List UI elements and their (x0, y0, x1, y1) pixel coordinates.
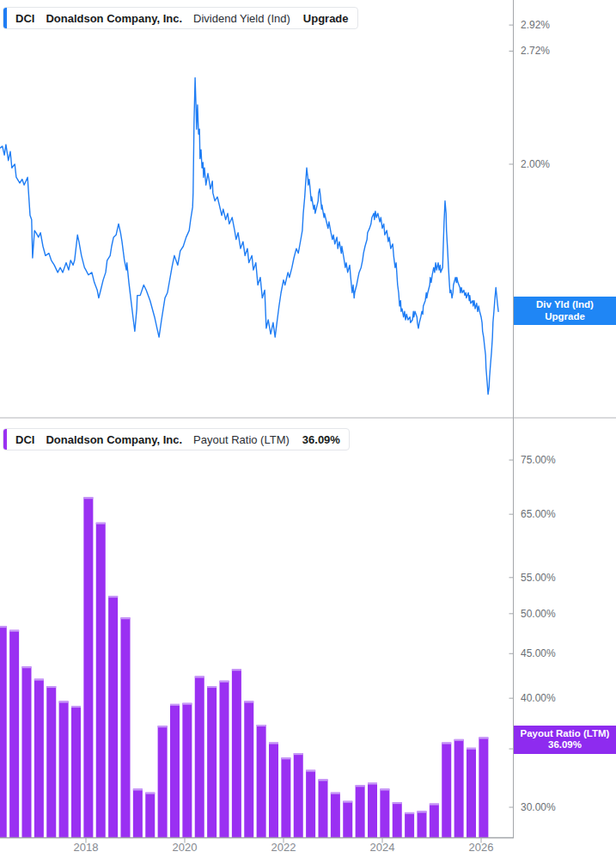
legend-accent-bar (3, 429, 7, 450)
badge-line2: Upgrade (514, 311, 616, 323)
payout-bar-cap (195, 677, 204, 678)
payout-bar-cap (46, 686, 56, 688)
payout-bar[interactable] (207, 686, 217, 837)
payout-bar-cap (405, 812, 414, 814)
x-axis-label: 2018 (67, 841, 105, 854)
payout-bar[interactable] (0, 626, 7, 837)
metric-name-label: Payout Ratio (LTM) (193, 433, 290, 446)
payout-bar-cap (257, 725, 266, 726)
payout-bar[interactable] (34, 679, 44, 838)
payout-bar-cap (182, 703, 192, 705)
payout-bar[interactable] (71, 706, 81, 837)
ticker-label: DCI (15, 12, 34, 25)
payout-bar[interactable] (269, 743, 278, 838)
payout-bar[interactable] (170, 704, 180, 838)
payout-bar-cap (467, 748, 476, 750)
company-name-label: Donaldson Company, Inc. (46, 433, 182, 446)
payout-bar-cap (9, 630, 19, 632)
payout-bar-cap (393, 802, 402, 804)
payout-bar[interactable] (343, 801, 352, 838)
payout-bar[interactable] (430, 804, 439, 838)
payout-bar[interactable] (182, 703, 192, 838)
payout-bar-cap (121, 617, 131, 619)
company-name-label: Donaldson Company, Inc. (46, 12, 182, 25)
payout-bar-cap (319, 779, 328, 781)
payout-bar[interactable] (467, 748, 476, 838)
payout-bar-cap (418, 811, 427, 812)
payout-bar-cap (232, 669, 241, 671)
payout-bar-cap (145, 793, 155, 794)
payout-bar[interactable] (479, 738, 488, 838)
payout-bar[interactable] (393, 802, 402, 837)
payout-bar-cap (343, 801, 352, 803)
payout-bar-cap (306, 770, 315, 772)
y-axis-label: 75.00% (521, 454, 556, 466)
last-value-badge-payout-ratio[interactable]: Payout Ratio (LTM) 36.09% (514, 726, 616, 754)
payout-bar-cap (133, 788, 143, 790)
y-axis-label: 30.00% (521, 801, 556, 813)
legend-dividend-yield[interactable]: DCI Donaldson Company, Inc. Dividend Yie… (3, 7, 358, 29)
payout-bar[interactable] (9, 630, 19, 838)
payout-bar-cap (281, 757, 290, 759)
metric-value-label[interactable]: Upgrade (303, 12, 349, 25)
payout-bar[interactable] (257, 725, 266, 838)
payout-bar[interactable] (418, 811, 427, 837)
payout-bar[interactable] (195, 677, 204, 838)
legend-payout-ratio[interactable]: DCI Donaldson Company, Inc. Payout Ratio… (3, 428, 350, 450)
payout-bar-cap (71, 706, 81, 708)
payout-bar-cap (269, 743, 278, 745)
payout-bar[interactable] (133, 788, 143, 837)
ticker-label: DCI (15, 433, 34, 446)
y-axis-label: 65.00% (521, 508, 556, 520)
y-axis-label: 40.00% (521, 692, 556, 704)
payout-bar[interactable] (405, 812, 414, 838)
payout-bar[interactable] (96, 523, 106, 838)
payout-bar[interactable] (108, 596, 118, 837)
payout-bar[interactable] (442, 743, 451, 838)
payout-bar[interactable] (244, 702, 253, 838)
badge-line2: 36.09% (514, 739, 616, 751)
payout-bar[interactable] (220, 681, 229, 838)
payout-bar-cap (442, 743, 451, 745)
payout-bar[interactable] (294, 753, 303, 837)
payout-bar[interactable] (158, 726, 168, 837)
payout-bar-cap (207, 686, 217, 688)
payout-bar[interactable] (83, 497, 93, 837)
metric-value-label: 36.09% (302, 433, 340, 446)
y-axis-label: 2.92% (521, 19, 550, 31)
payout-bar[interactable] (356, 785, 365, 837)
payout-bar[interactable] (306, 770, 315, 838)
payout-bar-cap (0, 626, 7, 628)
legend-accent-bar (3, 8, 7, 28)
payout-bar[interactable] (331, 793, 340, 838)
payout-bar-cap (430, 804, 439, 806)
payout-bar[interactable] (121, 617, 131, 837)
payout-bar-cap (380, 788, 389, 790)
payout-bar-cap (244, 702, 253, 703)
x-axis-label: 2026 (462, 841, 500, 854)
payout-bar-cap (59, 702, 69, 703)
payout-bar-cap (479, 738, 488, 739)
y-axis-label: 2.72% (521, 45, 550, 57)
payout-bar-cap (96, 523, 106, 524)
payout-bar[interactable] (232, 669, 241, 837)
payout-bar[interactable] (281, 757, 290, 837)
badge-line1: Payout Ratio (LTM) (514, 728, 616, 740)
payout-bar[interactable] (380, 788, 389, 837)
metric-name-label: Dividend Yield (Ind) (193, 12, 290, 25)
payout-bar[interactable] (59, 702, 69, 838)
payout-bar-cap (170, 704, 180, 706)
payout-bar-cap (220, 681, 229, 683)
y-axis-label: 45.00% (521, 647, 556, 659)
payout-bar-cap (454, 739, 464, 741)
y-axis-label: 55.00% (521, 572, 556, 584)
payout-bar[interactable] (319, 779, 328, 837)
payout-bar[interactable] (46, 686, 56, 837)
payout-bar[interactable] (145, 793, 155, 838)
payout-bar[interactable] (368, 783, 377, 838)
dividend-yield-line[interactable] (0, 77, 498, 394)
last-value-badge-div-yld[interactable]: Div Yld (Ind) Upgrade (514, 297, 616, 325)
payout-bar[interactable] (454, 739, 464, 838)
payout-bar[interactable] (22, 666, 32, 837)
chart-workspace: DCI Donaldson Company, Inc. Dividend Yie… (0, 0, 616, 864)
